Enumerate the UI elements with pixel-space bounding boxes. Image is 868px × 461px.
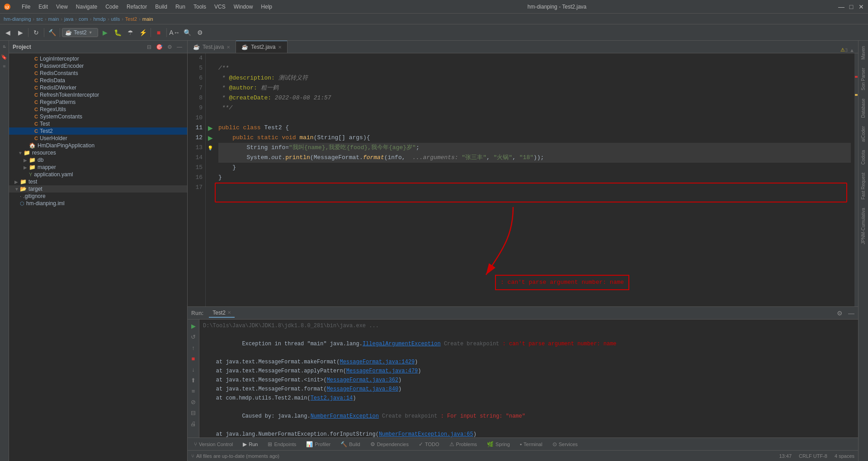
breadcrumb-utils[interactable]: utils [111,16,120,22]
link-2[interactable]: MessageFormat.java:479 [346,368,418,374]
tool-tab-version-control[interactable]: ⑂ Version Control [189,440,237,448]
search-everywhere-button[interactable]: 🔍 [181,27,193,38]
tool-tab-todo[interactable]: ✓ TODO [414,440,444,448]
settings-button[interactable]: ⚙ [194,27,206,38]
tab-test2-java[interactable]: ☕ Test2.java ✕ [236,41,288,53]
link-4[interactable]: MessageFormat.java:840 [327,386,398,392]
panel-settings-button[interactable]: ⚙ [166,43,174,51]
tool-tab-endpoints[interactable]: ⊞ Endpoints [263,440,301,448]
tree-item-gitignore[interactable]: · .gitignore [9,193,187,200]
panel-minimize-button[interactable]: — [175,43,184,51]
fold-btn[interactable]: ⊟ [189,408,198,417]
breakpoint-13[interactable]: 💡 [208,146,213,151]
filter-btn[interactable]: ≡ [189,386,198,395]
run-arrow-12[interactable]: ▶ [208,134,213,141]
tree-item-resources[interactable]: ▼ 📁 resources [9,149,187,156]
tree-item-Test2[interactable]: C Test2 [9,127,187,135]
maven-panel-tab[interactable]: Maven [860,42,867,63]
breadcrumb-main-method[interactable]: main [142,16,153,22]
clear-btn[interactable]: ⊘ [189,397,198,406]
tree-item-SystemConstants[interactable]: C SystemConstants [9,113,187,120]
menu-build[interactable]: Build [151,3,171,11]
close-tab-button[interactable]: ✕ [226,45,230,50]
fast-request-panel-tab[interactable]: Fast Request [860,169,867,203]
link-5[interactable]: Test2.java:14 [311,395,353,401]
maximize-button[interactable]: □ [848,4,854,10]
refresh-button[interactable]: ↻ [30,27,42,38]
tool-tab-services[interactable]: ⊙ Services [548,440,582,448]
tree-item-target[interactable]: ▼ 📂 target [9,185,187,193]
menu-edit[interactable]: Edit [35,3,52,11]
close-run-tab[interactable]: ✕ [227,310,231,315]
run-config-selector[interactable]: ☕ Test2 ▼ [62,28,98,37]
forward-button[interactable]: ▶ [14,27,26,38]
menu-window[interactable]: Window [230,3,257,11]
tree-item-PasswordEncoder[interactable]: C PasswordEncoder [9,62,187,70]
rerun-button[interactable]: ↺ [189,332,198,341]
tree-item-test[interactable]: ▶ 📁 test [9,178,187,185]
tree-item-RegexPatterns[interactable]: C RegexPatterns [9,99,187,106]
tree-item-RefreshTokenInterceptor[interactable]: C RefreshTokenInterceptor [9,91,187,99]
aicoder-panel-tab[interactable]: aiCoder [860,122,867,146]
run-again-button[interactable]: ▶ [189,321,198,330]
more-up-btn[interactable]: ⬆ [189,376,198,385]
breadcrumb-main[interactable]: main [48,16,59,22]
son-parser-panel-tab[interactable]: Son Parser [860,64,867,94]
tool-tab-profiler[interactable]: 📊 Profiler [302,440,335,448]
menu-refactor[interactable]: Refactor [123,3,151,11]
tree-item-RedisConstants[interactable]: C RedisConstants [9,70,187,77]
tree-item-UserHolder[interactable]: C UserHolder [9,135,187,142]
minimize-button[interactable]: — [838,4,844,10]
breadcrumb-java[interactable]: java [64,16,73,22]
scroll-down-button[interactable]: ↓ [189,365,198,374]
breadcrumb-hmdp[interactable]: hmdp [93,16,106,22]
breadcrumb-project[interactable]: hm-dianping [4,16,31,22]
code-content[interactable]: /** * @description: 测试转义符 * @author: 粗一鹤… [215,53,854,306]
tool-tab-problems[interactable]: ⚠ Problems [445,440,481,448]
run-tab-test2[interactable]: Test2 ✕ [209,309,235,318]
tree-item-RedisData[interactable]: C RedisData [9,77,187,84]
number-format-link[interactable]: NumberFormatException [311,413,379,419]
run-panel-settings[interactable]: ⚙ [837,310,843,317]
tool-tab-dependencies[interactable]: ⚙ Dependencies [366,440,413,448]
link-6[interactable]: NumberFormatException.java:65 [379,431,473,437]
stop-run-button[interactable]: ■ [189,354,198,363]
run-panel-minimize[interactable]: — [848,310,854,317]
stop-button[interactable]: ■ [153,27,165,38]
tool-tab-build[interactable]: 🔨 Build [336,440,364,448]
tool-tab-run[interactable]: ▶ Run [238,440,262,448]
tree-item-RegexUtils[interactable]: C RegexUtils [9,106,187,113]
project-sidebar-icon[interactable]: P [0,42,9,51]
jpnm-panel-tab[interactable]: JPNM-Cumulativa [860,204,867,248]
build-project-button[interactable]: 🔨 [46,27,58,38]
menu-tools[interactable]: Tools [190,3,210,11]
tree-item-HmDianPingApp[interactable]: 🏠 HmDianPingApplication [9,142,187,149]
close-tab-active-button[interactable]: ✕ [278,45,282,50]
tree-item-db[interactable]: ▶ 📁 db [9,156,187,164]
codota-panel-tab[interactable]: Codota [860,146,867,168]
tree-item-yaml[interactable]: Y application.yaml [9,171,187,178]
menu-run[interactable]: Run [172,3,189,11]
collapse-all-button[interactable]: ⊟ [146,43,153,51]
profile-button[interactable]: ⚡ [137,27,149,38]
tool-tab-spring[interactable]: 🌿 Spring [482,440,514,448]
print-btn[interactable]: 🖨 [189,419,198,428]
gutter-11[interactable]: ▶ [206,123,215,133]
structure-icon[interactable]: ≡ [0,62,9,71]
code-editor[interactable]: 4 5 6 7 8 9 10 11 12 13 14 15 16 17 [188,53,858,306]
link-1[interactable]: MessageFormat.java:1429 [340,359,415,365]
illegal-arg-link[interactable]: IllegalArgumentException [363,341,441,347]
tree-item-RedisIDWorker[interactable]: C RedisIDWorker [9,84,187,91]
close-button[interactable]: ✕ [858,4,864,10]
debug-button[interactable]: 🐛 [112,27,123,38]
breadcrumb-src[interactable]: src [36,16,43,22]
tool-tab-terminal[interactable]: ▪ Terminal [515,440,547,448]
locate-file-button[interactable]: 🎯 [155,43,164,51]
scroll-up-button[interactable]: ↑ [189,343,198,352]
run-arrow-11[interactable]: ▶ [208,124,213,132]
gutter-12[interactable]: ▶ [206,133,215,143]
tree-item-Test[interactable]: C Test [9,120,187,127]
menu-file[interactable]: File [18,3,34,11]
bookmarks-icon[interactable]: 🔖 [0,52,9,61]
breadcrumb-test2[interactable]: Test2 [125,16,137,22]
